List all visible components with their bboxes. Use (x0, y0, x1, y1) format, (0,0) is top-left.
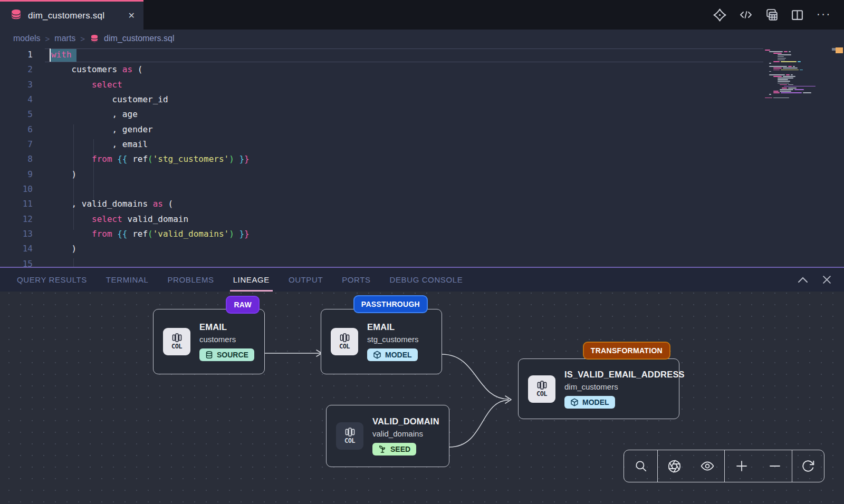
breadcrumb-file[interactable]: dim_customers.sql (104, 34, 174, 43)
chevron-right-icon: > (80, 34, 85, 43)
panel-tab-bar: QUERY RESULTS TERMINAL PROBLEMS LINEAGE … (0, 267, 844, 292)
tab-bar: dim_customers.sql ✕ (0, 0, 844, 30)
col-chip-label: COL (536, 390, 547, 398)
tab-terminal[interactable]: TERMINAL (106, 268, 149, 292)
breadcrumb: models > marts > dim_customers.sql (0, 30, 844, 47)
column-chip: COL (528, 375, 555, 403)
close-icon[interactable] (822, 275, 831, 284)
eye-icon[interactable] (700, 459, 715, 473)
cube-icon (373, 351, 381, 359)
tab-close-icon[interactable]: ✕ (128, 11, 135, 21)
cube-icon (570, 398, 579, 406)
more-icon[interactable]: ··· (816, 9, 830, 20)
zoom-in-icon[interactable] (735, 460, 748, 472)
lineage-node-dim-customers[interactable]: TRANSFORMATION COL IS_VALID_EMAIL_ADDRES… (518, 358, 679, 419)
lineage-canvas[interactable]: RAW COL EMAIL customers SOURCE PASSTHROU… (0, 292, 844, 504)
lineage-toolbar (624, 450, 824, 482)
seed-tag: SEED (372, 443, 416, 455)
node-subtitle: customers (199, 335, 236, 344)
node-title: IS_VALID_EMAIL_ADDRESS (564, 370, 685, 380)
database-icon (205, 351, 213, 359)
split-editor-icon[interactable] (791, 8, 804, 22)
lineage-node-valid-domains[interactable]: COL VALID_DOMAIN valid_domains SEED (326, 405, 449, 467)
tab-ports[interactable]: PORTS (342, 268, 370, 292)
ide-window: dim_customers.sql ✕ (0, 0, 844, 504)
tab-problems[interactable]: PROBLEMS (168, 268, 214, 292)
tab-title: dim_customers.sql (28, 11, 122, 21)
badge-raw: RAW (226, 296, 260, 314)
node-title: EMAIL (367, 322, 395, 332)
lineage-node-stg-customers[interactable]: PASSTHROUGH COL EMAIL stg_customers MODE… (321, 309, 442, 374)
col-chip-label: COL (171, 343, 182, 350)
badge-transformation: TRANSFORMATION (583, 342, 670, 360)
line-numbers: 123456789101112131415 (0, 47, 45, 267)
refresh-icon[interactable] (801, 459, 815, 473)
lineage-node-customers[interactable]: RAW COL EMAIL customers SOURCE (153, 309, 265, 374)
aperture-icon[interactable] (667, 459, 682, 473)
column-chip: COL (331, 328, 358, 355)
dbt-logo-icon[interactable] (713, 8, 727, 22)
database-icon (11, 9, 22, 23)
tab-dim-customers[interactable]: dim_customers.sql ✕ (0, 0, 143, 30)
col-chip-label: COL (344, 437, 355, 444)
database-icon (90, 34, 99, 44)
node-subtitle: stg_customers (367, 335, 419, 344)
zoom-out-icon[interactable] (769, 460, 781, 472)
tab-query-results[interactable]: QUERY RESULTS (17, 268, 87, 292)
search-icon[interactable] (634, 459, 648, 473)
column-chip: COL (336, 422, 363, 450)
chevron-right-icon: > (45, 34, 50, 43)
breadcrumb-models[interactable]: models (13, 34, 41, 43)
code-icon[interactable] (738, 8, 753, 21)
tab-debug-console[interactable]: DEBUG CONSOLE (390, 268, 463, 292)
model-tag: MODEL (564, 396, 615, 409)
col-chip-label: COL (339, 343, 350, 350)
node-subtitle: valid_domains (372, 429, 423, 438)
node-subtitle: dim_customers (564, 382, 618, 391)
table-copy-icon[interactable] (765, 8, 779, 22)
text-cursor (50, 49, 51, 62)
code-lines: with customers as ( select customer_id ,… (51, 47, 844, 267)
column-chip: COL (163, 328, 190, 355)
badge-passthrough: PASSTHROUGH (353, 295, 428, 313)
breadcrumb-marts[interactable]: marts (54, 34, 75, 43)
source-tag: SOURCE (199, 348, 254, 361)
node-title: VALID_DOMAIN (372, 416, 439, 427)
panel-actions (797, 268, 831, 292)
editor-actions: ··· (713, 0, 830, 30)
tab-lineage[interactable]: LINEAGE (233, 268, 270, 292)
node-title: EMAIL (199, 322, 227, 332)
model-tag: MODEL (367, 348, 418, 361)
seedling-icon (378, 445, 387, 453)
tab-output[interactable]: OUTPUT (289, 268, 323, 292)
chevron-up-icon[interactable] (797, 276, 809, 284)
code-editor[interactable]: 123456789101112131415 with customers as … (0, 47, 844, 267)
